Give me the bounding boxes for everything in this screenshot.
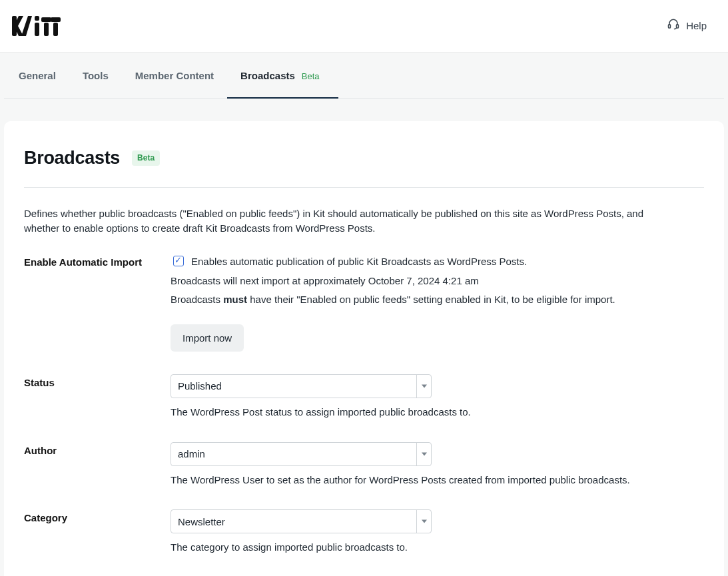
category-select-value: Newsletter	[178, 515, 225, 529]
settings-tabs: General Tools Member Content Broadcasts …	[4, 53, 724, 99]
status-select-value: Published	[178, 379, 222, 394]
row-author: Author admin The WordPress User to set a…	[24, 442, 704, 487]
svg-rect-7	[51, 17, 61, 22]
svg-marker-13	[422, 520, 427, 523]
broadcasts-panel: Broadcasts Beta Defines whether public b…	[4, 121, 724, 576]
help-label: Help	[686, 19, 707, 33]
tab-general[interactable]: General	[19, 53, 56, 98]
top-bar: Help	[0, 0, 728, 52]
author-select-value: admin	[178, 447, 205, 461]
tab-label: Broadcasts	[240, 69, 295, 83]
tab-tools[interactable]: Tools	[83, 53, 109, 98]
content-shell: General Tools Member Content Broadcasts …	[0, 52, 728, 576]
must-line: Broadcasts must have their "Enabled on p…	[171, 292, 704, 307]
tab-label: Member Content	[135, 69, 214, 83]
label-status: Status	[24, 374, 171, 390]
svg-marker-12	[422, 452, 427, 455]
tab-member-content[interactable]: Member Content	[135, 53, 214, 98]
category-select[interactable]: Newsletter	[171, 509, 432, 533]
panel-description: Defines whether public broadcasts ("Enab…	[24, 206, 677, 236]
tab-label: General	[19, 69, 56, 83]
svg-marker-2	[21, 16, 32, 36]
svg-rect-4	[35, 23, 39, 36]
row-category: Category Newsletter The category to assi…	[24, 509, 704, 555]
enable-import-checkbox[interactable]	[173, 256, 184, 266]
enable-import-checkbox-wrap[interactable]: Enables automatic publication of public …	[171, 254, 704, 268]
svg-rect-6	[41, 17, 51, 22]
chevron-down-icon	[416, 375, 431, 398]
enable-import-checkbox-label: Enables automatic publication of public …	[191, 254, 527, 269]
help-link[interactable]: Help	[667, 18, 707, 34]
author-help: The WordPress User to set as the author …	[171, 473, 704, 487]
status-select[interactable]: Published	[171, 374, 432, 398]
chevron-down-icon	[416, 510, 431, 533]
author-select[interactable]: admin	[171, 442, 432, 466]
panel-header: Broadcasts Beta	[24, 145, 704, 188]
beta-pill: Beta	[132, 150, 160, 166]
panel-title: Broadcasts	[24, 145, 120, 171]
svg-rect-3	[35, 16, 39, 21]
label-category: Category	[24, 509, 171, 525]
tab-label: Tools	[83, 69, 109, 83]
status-help: The WordPress Post status to assign impo…	[171, 405, 704, 420]
svg-rect-5	[44, 23, 49, 36]
svg-rect-8	[53, 23, 58, 36]
label-enable-import: Enable Automatic Import	[24, 254, 171, 270]
tab-broadcasts[interactable]: Broadcasts Beta	[240, 53, 319, 98]
chevron-down-icon	[416, 443, 431, 465]
headset-icon	[667, 18, 679, 34]
svg-marker-11	[422, 385, 427, 388]
beta-tag: Beta	[302, 71, 320, 83]
row-status: Status Published The WordPress Post stat…	[24, 374, 704, 420]
import-now-button[interactable]: Import now	[171, 324, 244, 352]
label-author: Author	[24, 442, 171, 458]
next-import-text: Broadcasts will next import at approxima…	[171, 274, 704, 288]
category-help: The category to assign imported public b…	[171, 540, 704, 555]
row-enable-import: Enable Automatic Import Enables automati…	[24, 254, 704, 352]
kit-logo	[12, 15, 61, 37]
